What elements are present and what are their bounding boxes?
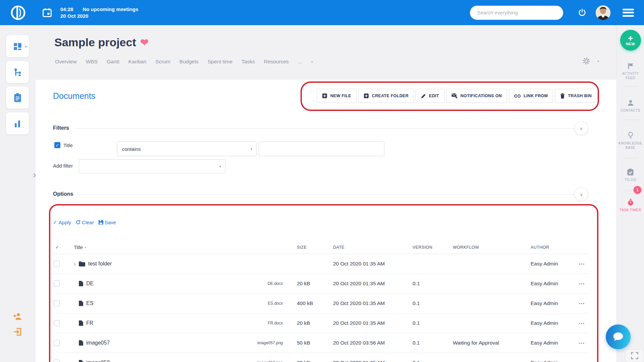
- sidebar-item-knowledge-base[interactable]: KNOWLEDGE BASE: [617, 132, 644, 150]
- apply-button[interactable]: ✓Apply: [53, 219, 71, 225]
- row-title-link[interactable]: ES: [86, 300, 93, 306]
- clear-button[interactable]: Clear: [76, 220, 94, 225]
- row-menu-button[interactable]: ···: [575, 340, 589, 346]
- row-checkbox[interactable]: [54, 300, 60, 306]
- sidebar-item-task-timer[interactable]: TASK TIMER: [617, 199, 644, 212]
- tab-scrum[interactable]: Scrum: [155, 59, 170, 65]
- task-timer-badge[interactable]: 1: [634, 186, 641, 194]
- plus-icon: +: [628, 35, 633, 42]
- row-title-link[interactable]: test folder: [88, 261, 112, 267]
- sidebar-item-todo[interactable]: TO-DO: [617, 169, 644, 182]
- row-author-link[interactable]: Easy Admin: [518, 360, 575, 362]
- logout-power-icon[interactable]: [578, 8, 586, 17]
- table-row[interactable]: › test folder 20 Oct 2020 01:35 AM Easy …: [52, 254, 589, 274]
- tabs-overflow-caret-icon[interactable]: ▾: [311, 60, 313, 64]
- title-filter-checkbox[interactable]: ✓: [54, 142, 60, 148]
- link-from-button[interactable]: LINK FROM: [509, 89, 553, 103]
- filter-value-input[interactable]: [259, 141, 384, 156]
- column-version[interactable]: VERSION: [406, 245, 444, 250]
- row-author-link[interactable]: Easy Admin: [518, 281, 575, 287]
- expand-chevron-icon[interactable]: ›: [74, 261, 76, 267]
- column-author[interactable]: AUTHOR: [518, 245, 575, 250]
- sidebar-item-wbs-tree[interactable]: [6, 61, 29, 83]
- settings-caret-icon[interactable]: ▾: [597, 59, 599, 63]
- save-button[interactable]: Save: [99, 220, 116, 225]
- tab-resources[interactable]: Resources: [264, 59, 289, 65]
- column-date[interactable]: DATE: [328, 245, 406, 250]
- tab-gantt[interactable]: Gantt: [107, 59, 119, 65]
- notifications-on-button[interactable]: NOTIFICATIONS ON: [446, 89, 507, 103]
- row-menu-button[interactable]: ···: [575, 301, 589, 306]
- tab-budgets[interactable]: Budgets: [179, 59, 199, 65]
- sidebar-item-dashboard[interactable]: ▸: [6, 35, 29, 57]
- title-filter-row: ✓ Title: [54, 142, 73, 148]
- expand-options-button[interactable]: ∨: [575, 188, 588, 201]
- edit-button[interactable]: EDIT: [416, 89, 444, 103]
- trash-bin-button[interactable]: TRASH BIN: [555, 89, 597, 103]
- top-bar: 04:28No upcoming meetings 20 Oct 2020: [0, 0, 644, 25]
- sign-in-icon[interactable]: [13, 328, 21, 336]
- app-logo-icon[interactable]: [11, 5, 25, 20]
- agenda-summary[interactable]: 04:28No upcoming meetings 20 Oct 2020: [60, 6, 138, 19]
- task-timer-label: TASK TIMER: [620, 208, 641, 212]
- tab-kanban[interactable]: Kanban: [128, 59, 146, 65]
- table-row[interactable]: › DE DE.docx 20 kB 20 Oct 2020 01:35 AM …: [52, 274, 589, 294]
- favorite-heart-icon[interactable]: ❤: [140, 37, 149, 48]
- table-row[interactable]: › image058 image058.png 20 kB 20 Oct 202…: [52, 353, 589, 362]
- row-checkbox[interactable]: [54, 360, 60, 362]
- row-author-link[interactable]: Easy Admin: [518, 340, 575, 346]
- row-menu-button[interactable]: ···: [575, 261, 589, 267]
- row-menu-button[interactable]: ···: [575, 281, 589, 287]
- new-button[interactable]: + NEW: [620, 30, 641, 51]
- column-size[interactable]: SIZE: [295, 245, 328, 250]
- row-checkbox[interactable]: [54, 320, 60, 326]
- search-input[interactable]: [470, 6, 563, 20]
- sidebar-item-tasks-clipboard[interactable]: [6, 86, 29, 109]
- tab-tasks[interactable]: Tasks: [241, 59, 255, 65]
- collapse-filters-button[interactable]: ∧: [575, 122, 588, 135]
- sidebar-item-reports-chart[interactable]: [6, 112, 29, 134]
- row-title-link[interactable]: image057: [86, 340, 110, 346]
- row-checkbox[interactable]: [54, 281, 60, 287]
- row-author-link[interactable]: Easy Admin: [518, 300, 575, 306]
- row-menu-button[interactable]: ···: [575, 320, 589, 326]
- row-title-link[interactable]: image058: [86, 360, 110, 362]
- table-row[interactable]: › image057 image057.png 50 kB 20 Oct 202…: [52, 333, 589, 353]
- user-avatar[interactable]: [596, 5, 610, 20]
- tab-more[interactable]: ...: [298, 59, 302, 65]
- row-checkbox[interactable]: [54, 261, 60, 267]
- sidebar-item-activity-feed[interactable]: ACTIVITY FEED: [617, 63, 644, 80]
- gear-icon[interactable]: [583, 57, 590, 65]
- row-menu-button[interactable]: ···: [575, 360, 589, 362]
- column-workflow[interactable]: WORKFLOW: [444, 245, 518, 250]
- sidebar-expand-arrow-icon[interactable]: ▸: [25, 43, 28, 49]
- row-title-link[interactable]: FR: [86, 320, 93, 326]
- column-title[interactable]: Title▾: [74, 245, 295, 250]
- project-settings-cluster: ▾: [583, 57, 599, 65]
- create-folder-button[interactable]: CREATE FOLDER: [358, 89, 414, 103]
- row-title-link[interactable]: DE: [86, 281, 94, 287]
- chat-widget-button[interactable]: [606, 324, 631, 349]
- row-author-link[interactable]: Easy Admin: [518, 261, 575, 267]
- row-date: 20 Oct 2020 01:35 AM: [328, 320, 406, 326]
- operator-select[interactable]: contains ▾: [117, 141, 257, 156]
- tab-wbs[interactable]: WBS: [86, 59, 98, 65]
- new-file-button[interactable]: NEW FILE: [317, 89, 357, 103]
- tab-spent-time[interactable]: Spent time: [208, 59, 232, 65]
- row-author-link[interactable]: Easy Admin: [518, 320, 575, 326]
- row-version: 0.1: [406, 300, 444, 306]
- invite-user-icon[interactable]: [13, 313, 22, 320]
- contacts-label: CONTACTS: [621, 108, 640, 113]
- panel-expand-chevron[interactable]: ›: [33, 170, 36, 180]
- table-row[interactable]: › FR FR.docx 20 kB 20 Oct 2020 01:35 AM …: [52, 313, 589, 333]
- mail-plus-icon: [451, 93, 458, 99]
- select-all-icon[interactable]: ✓: [52, 245, 74, 250]
- tab-overview[interactable]: Overview: [55, 59, 77, 65]
- table-row[interactable]: › ES ES.docx 400 kB 20 Oct 2020 01:35 AM…: [52, 294, 589, 313]
- hamburger-menu-icon[interactable]: [623, 9, 634, 17]
- calendar-icon[interactable]: [43, 8, 52, 17]
- sidebar-item-contacts[interactable]: CONTACTS: [617, 100, 644, 113]
- fullscreen-button[interactable]: [625, 349, 644, 362]
- row-checkbox[interactable]: [54, 340, 60, 346]
- add-filter-select[interactable]: ▾: [79, 159, 225, 173]
